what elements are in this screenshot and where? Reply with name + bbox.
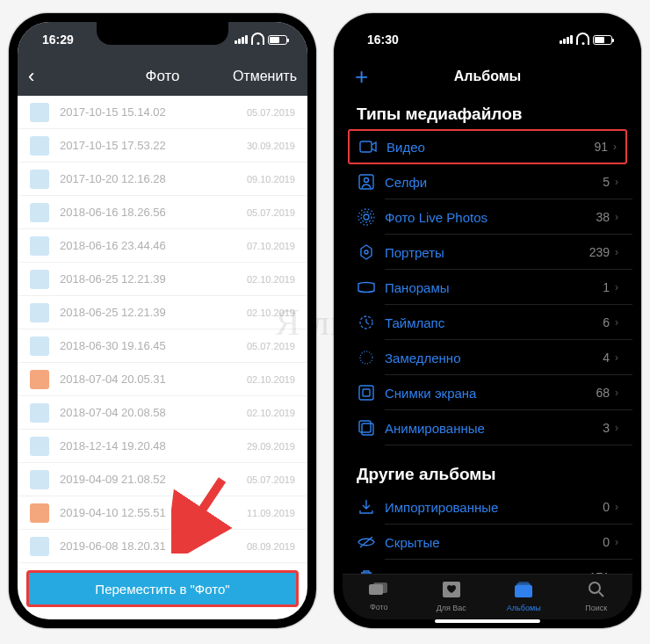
svg-rect-10 (359, 386, 373, 400)
list-item[interactable]: 2018-06-30 19.16.45 05.07.2019 (18, 329, 307, 363)
file-date: 08.09.2019 (247, 541, 295, 552)
chevron-right-icon: › (615, 246, 618, 258)
move-to-photos-button[interactable]: Переместить в "Фото" (26, 570, 299, 607)
list-item[interactable]: 2019-04-10 12.55.51 11.09.2019 (18, 496, 307, 530)
album-label: Портреты (385, 245, 589, 260)
file-name: 2018-06-25 12.21.39 (60, 272, 247, 286)
battery-icon (268, 35, 287, 45)
cancel-button[interactable]: Отменить (233, 69, 297, 84)
portrait-icon (357, 244, 376, 260)
file-name: 2018-12-14 19.20.48 (60, 439, 247, 452)
album-label: Фото Live Photos (385, 210, 596, 225)
list-item[interactable]: 2018-07-04 20.08.58 02.10.2019 (18, 396, 307, 430)
status-icons (235, 34, 292, 45)
album-row-import[interactable]: Импортированные 0 › (343, 489, 632, 525)
svg-point-4 (364, 214, 369, 220)
phone-left: 16:29 ‹ Фото Отменить 2017-10-15 15.14.0… (9, 13, 316, 628)
album-row-selfie[interactable]: Селфи 5 › (343, 164, 632, 199)
file-name: 2017-10-15 15.14.02 (60, 105, 247, 119)
svg-rect-16 (373, 582, 387, 593)
file-name: 2018-07-04 20.08.58 (60, 406, 247, 419)
file-date: 05.07.2019 (247, 341, 295, 351)
chevron-right-icon: › (615, 176, 618, 188)
album-count: 1 (603, 280, 610, 294)
file-date: 05.07.2019 (247, 107, 295, 118)
file-thumb (30, 303, 49, 322)
album-row-pano[interactable]: Панорамы 1 › (343, 270, 632, 305)
album-label: Таймлапс (385, 315, 603, 330)
chevron-right-icon: › (615, 387, 618, 399)
list-item[interactable]: 2017-10-15 15.14.02 05.07.2019 (18, 96, 307, 129)
file-name: 2017-10-15 17.53.22 (60, 139, 247, 152)
hidden-icon (357, 536, 376, 548)
file-thumb (30, 136, 49, 156)
tab-photos[interactable]: Фото (343, 575, 415, 619)
file-list[interactable]: 2017-10-15 15.14.02 05.07.2019 2017-10-1… (18, 96, 307, 567)
status-icons (560, 34, 617, 45)
album-row-video[interactable]: Видео 91 › (348, 129, 627, 164)
svg-point-21 (589, 582, 600, 593)
album-row-hidden[interactable]: Скрытые 0 › (343, 525, 632, 560)
album-row-trash[interactable]: Недавно удаленные 171 › (343, 560, 632, 574)
svg-rect-18 (515, 585, 532, 597)
list-item[interactable]: 2019-04-09 21.08.52 05.07.2019 (18, 463, 307, 496)
tab-search[interactable]: Поиск (560, 575, 633, 619)
list-item[interactable]: 2019-06-08 18.22.40 08.06.2019 (18, 563, 307, 567)
svg-rect-19 (516, 583, 531, 585)
file-name: 2018-06-25 12.21.39 (60, 306, 247, 319)
list-item[interactable]: 2018-06-25 12.21.39 02.10.2019 (18, 296, 307, 329)
add-button[interactable]: + (355, 63, 368, 90)
file-date: 02.10.2019 (247, 408, 295, 418)
tab-label: Альбомы (507, 604, 541, 612)
album-count: 38 (596, 210, 610, 224)
album-row-animated[interactable]: Анимированные 3 › (343, 410, 632, 445)
section-other-albums: Другие альбомы (343, 456, 632, 489)
svg-rect-20 (518, 582, 529, 583)
svg-rect-12 (362, 423, 373, 435)
back-button[interactable]: ‹ (28, 65, 34, 88)
tab-bar: Фото Для Вас Альбомы Поиск (343, 574, 632, 619)
photos-icon (369, 582, 388, 601)
list-item[interactable]: 2018-12-14 19.20.48 29.09.2019 (18, 430, 307, 463)
tab-label: Поиск (585, 604, 607, 612)
album-count: 3 (603, 421, 610, 435)
list-item[interactable]: 2018-06-16 18.26.56 05.07.2019 (18, 196, 307, 229)
tab-albums[interactable]: Альбомы (488, 575, 560, 619)
chevron-right-icon: › (615, 571, 618, 574)
album-label: Селфи (385, 175, 603, 190)
chevron-right-icon: › (615, 422, 618, 434)
album-row-live[interactable]: Фото Live Photos 38 › (343, 199, 632, 235)
album-row-portrait[interactable]: Портреты 239 › (343, 235, 632, 270)
list-item[interactable]: 2017-10-15 17.53.22 30.09.2019 (18, 129, 307, 163)
list-item[interactable]: 2018-06-25 12.21.39 02.10.2019 (18, 263, 307, 296)
album-label: Недавно удаленные (385, 570, 589, 575)
chevron-right-icon: › (615, 351, 618, 364)
album-label: Анимированные (385, 421, 603, 436)
list-item[interactable]: 2018-06-16 23.44.46 07.10.2019 (18, 229, 307, 263)
file-date: 02.10.2019 (247, 274, 295, 285)
import-icon (357, 499, 376, 515)
file-name: 2018-06-16 23.44.46 (60, 239, 247, 252)
album-row-timelapse[interactable]: Таймлапс 6 › (343, 305, 632, 340)
album-row-screenshot[interactable]: Снимки экрана 68 › (343, 375, 632, 410)
list-item[interactable]: 2019-06-08 18.20.31 08.09.2019 (18, 530, 307, 563)
file-date: 29.09.2019 (247, 441, 295, 452)
notch (422, 22, 553, 45)
album-count: 0 (603, 500, 610, 514)
album-label: Скрытые (385, 535, 603, 550)
tab-foryou[interactable]: Для Вас (415, 575, 488, 619)
album-row-slomo[interactable]: Замедленно 4 › (343, 340, 632, 375)
list-item[interactable]: 2018-07-04 20.05.31 02.10.2019 (18, 363, 307, 396)
status-time: 16:30 (358, 33, 399, 47)
file-date: 11.09.2019 (247, 508, 295, 518)
battery-icon (593, 35, 612, 45)
chevron-right-icon: › (613, 141, 617, 153)
live-icon (357, 208, 376, 226)
chevron-right-icon: › (615, 316, 618, 329)
file-thumb (30, 103, 49, 122)
file-date: 02.10.2019 (247, 374, 295, 385)
nav-bar: ‹ Фото Отменить (18, 57, 307, 96)
wifi-icon (251, 34, 264, 45)
file-thumb (30, 336, 49, 356)
list-item[interactable]: 2017-10-20 12.16.28 09.10.2019 (18, 163, 307, 196)
